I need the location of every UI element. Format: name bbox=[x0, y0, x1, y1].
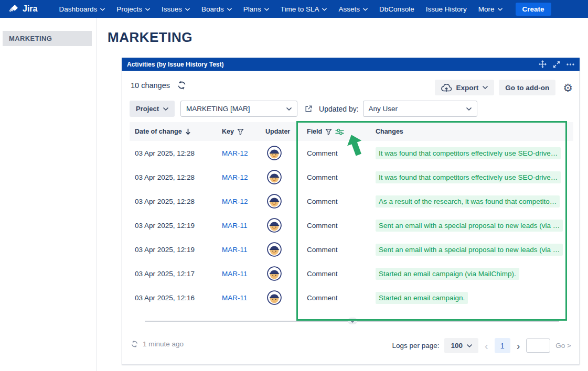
chevron-down-icon bbox=[185, 8, 190, 11]
column-header-field[interactable]: Field bbox=[307, 122, 344, 141]
cell-changes: Started an email campaign (via MailChimp… bbox=[376, 261, 519, 286]
nav-item-issues[interactable]: Issues bbox=[156, 0, 196, 18]
user-avatar[interactable] bbox=[267, 218, 282, 233]
nav-item-label: More bbox=[478, 5, 495, 13]
cell-changes: As a result of the research, it was foun… bbox=[376, 189, 560, 213]
project-select-value: MARKETING [MAR] bbox=[186, 105, 250, 113]
last-updated-text: 1 minute ago bbox=[143, 340, 184, 348]
goto-page-button[interactable]: Go > bbox=[555, 342, 571, 350]
refresh-icon[interactable] bbox=[177, 80, 187, 90]
updated-by-select[interactable]: Any User bbox=[363, 101, 477, 117]
goto-page-input[interactable] bbox=[526, 339, 550, 353]
table-row: 03 Apr 2025, 12:28 MAR-12 Comment bbox=[130, 189, 573, 213]
next-page-icon[interactable]: › bbox=[516, 341, 521, 351]
cell-updater bbox=[267, 261, 282, 286]
nav-item-assets[interactable]: Assets bbox=[333, 0, 373, 18]
logs-per-page-label: Logs per page: bbox=[392, 342, 439, 350]
change-value-chip: Sent an email with a special proposal to… bbox=[376, 244, 563, 256]
current-page-button[interactable]: 1 bbox=[495, 338, 510, 353]
expand-gadget-icon[interactable] bbox=[553, 61, 560, 68]
table-row: 03 Apr 2025, 12:17 MAR-11 Comment bbox=[130, 261, 573, 286]
cell-field: Comment bbox=[307, 261, 338, 286]
filter-icon[interactable] bbox=[325, 128, 332, 135]
cell-date: 03 Apr 2025, 12:16 bbox=[135, 286, 195, 310]
nav-item-more[interactable]: More bbox=[473, 0, 508, 18]
move-gadget-icon[interactable] bbox=[539, 60, 547, 68]
jira-logo[interactable]: Jira bbox=[5, 4, 40, 14]
gear-icon[interactable]: ⚙ bbox=[563, 82, 573, 93]
nav-item-label: Projects bbox=[116, 5, 142, 13]
main-content: MARKETING Activities (by Issue History T… bbox=[98, 18, 588, 371]
user-avatar[interactable] bbox=[267, 242, 282, 257]
nav-item-plans[interactable]: Plans bbox=[238, 0, 275, 18]
nav-item-label: DbConsole bbox=[379, 5, 414, 13]
logs-per-page-select[interactable]: 100 bbox=[444, 338, 478, 353]
cell-field: Comment bbox=[307, 286, 338, 310]
chevron-down-icon bbox=[363, 8, 368, 11]
chevron-down-icon bbox=[467, 344, 472, 347]
gadget-header[interactable]: Activities (by Issue History Test) bbox=[122, 58, 580, 71]
cell-date: 03 Apr 2025, 12:28 bbox=[135, 141, 195, 165]
chevron-down-icon bbox=[483, 86, 488, 89]
issue-key-link[interactable]: MAR-12 bbox=[222, 189, 248, 213]
top-navigation: Jira Dashboards Projects Issues Boards P… bbox=[0, 0, 588, 18]
user-avatar[interactable] bbox=[267, 266, 282, 281]
refresh-icon[interactable] bbox=[131, 340, 138, 348]
nav-item-issue-history[interactable]: Issue History bbox=[420, 0, 473, 18]
export-button[interactable]: Export bbox=[435, 80, 494, 95]
nav-item-boards[interactable]: Boards bbox=[196, 0, 238, 18]
column-header-date[interactable]: Date of change bbox=[135, 122, 191, 141]
cell-date: 03 Apr 2025, 12:17 bbox=[135, 261, 195, 286]
column-header-key[interactable]: Key bbox=[222, 122, 244, 141]
nav-item-label: Plans bbox=[243, 5, 261, 13]
column-header-updater[interactable]: Updater bbox=[265, 122, 290, 141]
issue-key-link[interactable]: MAR-11 bbox=[222, 261, 248, 286]
gadget-menu-icon[interactable] bbox=[566, 63, 574, 66]
cell-date: 03 Apr 2025, 12:28 bbox=[135, 189, 195, 213]
nav-item-label: Time to SLA bbox=[281, 5, 319, 13]
open-project-external-link-icon[interactable] bbox=[304, 105, 313, 113]
cell-changes: Started an email campaign. bbox=[376, 286, 468, 310]
issue-key-link[interactable]: MAR-12 bbox=[222, 141, 248, 165]
user-avatar[interactable] bbox=[267, 146, 282, 160]
logs-per-page-value: 100 bbox=[451, 342, 463, 350]
change-value-chip: Sent an email with a special proposal to… bbox=[376, 220, 563, 232]
user-avatar[interactable] bbox=[267, 194, 282, 209]
issue-key-link[interactable]: MAR-11 bbox=[222, 286, 248, 310]
chevron-down-icon bbox=[227, 8, 232, 11]
project-select[interactable]: MARKETING [MAR] bbox=[180, 101, 297, 117]
export-cloud-icon bbox=[441, 84, 452, 92]
sort-descending-icon[interactable] bbox=[185, 128, 191, 135]
filter-icon[interactable] bbox=[237, 128, 244, 135]
brand-label: Jira bbox=[23, 4, 37, 14]
cell-updater bbox=[267, 213, 282, 237]
sidebar-item-marketing[interactable]: MARKETING bbox=[3, 31, 92, 46]
goto-addon-button[interactable]: Go to add-on bbox=[499, 80, 555, 95]
jira-mark-icon bbox=[8, 4, 19, 14]
user-avatar[interactable] bbox=[267, 290, 282, 305]
user-avatar[interactable] bbox=[267, 170, 282, 184]
nav-item-label: Issue History bbox=[426, 5, 467, 13]
nav-item-dbconsole[interactable]: DbConsole bbox=[373, 0, 420, 18]
chevron-down-icon bbox=[100, 8, 105, 11]
create-button[interactable]: Create bbox=[516, 3, 551, 16]
nav-item-projects[interactable]: Projects bbox=[111, 0, 156, 18]
field-settings-sliders-icon[interactable] bbox=[335, 128, 344, 135]
table-resize-handle[interactable] bbox=[348, 318, 357, 324]
nav-item-dashboards[interactable]: Dashboards bbox=[53, 0, 111, 18]
column-header-label: Key bbox=[222, 128, 234, 135]
cell-field: Comment bbox=[307, 189, 338, 213]
nav-item-time-to-sla[interactable]: Time to SLA bbox=[275, 0, 333, 18]
page-title: MARKETING bbox=[108, 29, 193, 46]
table-header-row: Date of change Key Updater bbox=[130, 122, 573, 141]
issue-key-link[interactable]: MAR-11 bbox=[222, 237, 248, 261]
change-value-chip: It was found that competitors effectivel… bbox=[376, 147, 561, 159]
scope-selector-button[interactable]: Project bbox=[130, 101, 175, 117]
issue-key-link[interactable]: MAR-11 bbox=[222, 213, 248, 237]
issue-key-link[interactable]: MAR-12 bbox=[222, 165, 248, 189]
cell-field: Comment bbox=[307, 141, 338, 165]
cell-changes: Sent an email with a special proposal to… bbox=[376, 213, 563, 237]
sidebar-item-label: MARKETING bbox=[9, 35, 52, 42]
previous-page-icon[interactable]: ‹ bbox=[484, 341, 489, 351]
cell-field: Comment bbox=[307, 213, 338, 237]
